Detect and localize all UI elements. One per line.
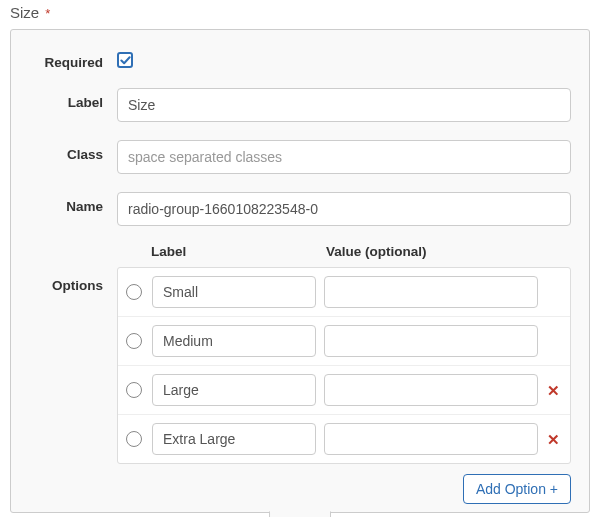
options-header-label: Label [151,244,326,259]
option-radio[interactable] [126,333,142,349]
remove-option-icon[interactable]: ✕ [544,432,562,447]
option-value-input[interactable] [324,325,538,357]
class-label: Class [29,140,117,162]
add-option-button[interactable]: Add Option + [463,474,571,504]
option-row: ✕ [118,365,570,414]
row-class: Class [29,140,571,174]
option-row: ✕ [118,316,570,365]
options-header-value: Value (optional) [326,244,571,259]
row-required: Required [29,48,571,70]
option-row: ✕ [118,414,570,463]
page-title: Size * [0,0,600,29]
option-value-input[interactable] [324,423,538,455]
option-radio[interactable] [126,382,142,398]
name-label: Name [29,192,117,214]
option-label-input[interactable] [152,276,316,308]
title-text: Size [10,4,39,21]
required-checkbox[interactable] [117,52,133,68]
remove-option-icon[interactable]: ✕ [544,383,562,398]
options-label: Options [29,244,117,293]
edit-panel: Required Label Class Name Options [10,29,590,513]
options-table: ✕✕✕✕ [117,267,571,464]
name-input[interactable] [117,192,571,226]
row-name: Name [29,192,571,226]
row-options: Options Label Value (optional) ✕✕✕✕ Add … [29,244,571,504]
option-label-input[interactable] [152,423,316,455]
row-label: Label [29,88,571,122]
option-radio[interactable] [126,431,142,447]
option-value-input[interactable] [324,374,538,406]
option-label-input[interactable] [152,374,316,406]
class-input[interactable] [117,140,571,174]
label-input[interactable] [117,88,571,122]
checkmark-icon [120,55,131,66]
required-label: Required [29,48,117,70]
required-asterisk: * [45,6,50,21]
close-button[interactable]: Close [269,511,331,517]
label-label: Label [29,88,117,110]
option-label-input[interactable] [152,325,316,357]
option-value-input[interactable] [324,276,538,308]
option-row: ✕ [118,268,570,316]
options-header: Label Value (optional) [117,244,571,267]
option-radio[interactable] [126,284,142,300]
